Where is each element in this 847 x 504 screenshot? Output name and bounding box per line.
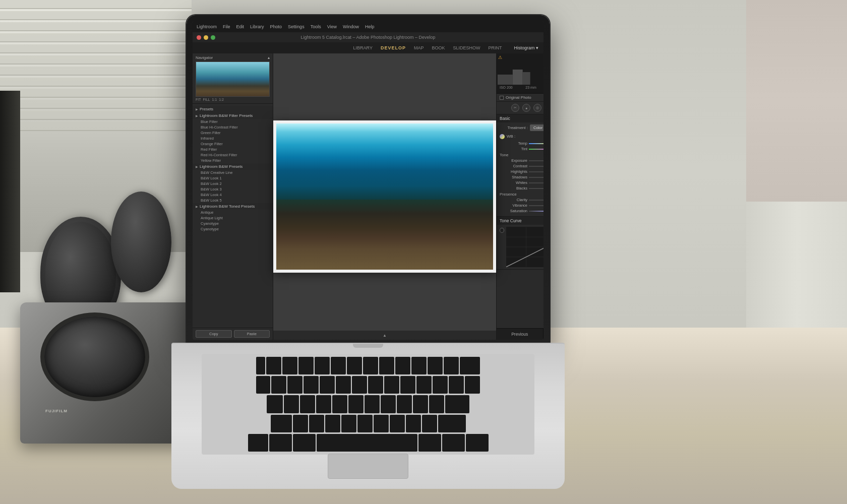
preset-red[interactable]: Red Filter — [193, 147, 273, 152]
contrast-slider[interactable] — [529, 166, 543, 167]
maximize-button[interactable] — [211, 35, 215, 40]
wb-eyedropper-icon[interactable] — [500, 134, 505, 139]
vibrance-label: Vibrance — [500, 203, 527, 208]
menu-window[interactable]: Window — [343, 24, 359, 29]
clarity-slider[interactable] — [529, 200, 543, 201]
close-button[interactable] — [197, 35, 201, 40]
navigator-arrow[interactable]: ▴ — [268, 55, 270, 60]
menu-file[interactable]: File — [223, 24, 230, 29]
ocean-rocks — [276, 200, 493, 270]
preset-bw-creative[interactable]: B&W Creative Line — [193, 170, 273, 175]
preset-cyanotype2[interactable]: Cyanotype — [193, 226, 273, 232]
vibrance-slider[interactable] — [529, 205, 543, 206]
whites-label: Whites — [500, 180, 527, 185]
crop-tool[interactable]: ✂ — [511, 104, 519, 112]
photo-frame — [273, 120, 496, 273]
exposure-slider[interactable] — [529, 160, 543, 161]
preset-yellow[interactable]: Yellow Filter — [193, 158, 273, 163]
contrast-slider-row: Contrast 0 — [500, 164, 543, 168]
preset-group-presets[interactable]: Presets — [193, 106, 273, 112]
module-slideshow[interactable]: SLIDESHOW — [453, 45, 480, 50]
wave-overlay — [276, 167, 493, 204]
copy-button[interactable]: Copy — [196, 330, 232, 338]
menu-settings[interactable]: Settings — [288, 24, 305, 29]
tint-slider[interactable] — [529, 149, 543, 150]
menu-tools[interactable]: Tools — [311, 24, 321, 29]
zoom-1to1[interactable]: 1:1 — [212, 98, 217, 101]
shadows-slider[interactable] — [529, 177, 543, 178]
whites-slider[interactable] — [529, 182, 543, 183]
paste-button[interactable]: Paste — [234, 330, 270, 338]
preset-blue-filter[interactable]: Blue Filter — [193, 119, 273, 124]
module-histogram[interactable]: Histogram ▾ — [514, 45, 538, 50]
reset-button[interactable]: Reset — [543, 329, 544, 340]
center-bottom-bar: ▲ — [273, 331, 496, 340]
preset-blue-hi[interactable]: Blue Hi-Contrast Filter — [193, 124, 273, 130]
module-print[interactable]: PRINT — [488, 45, 502, 50]
ocean-photo — [276, 123, 493, 270]
menu-library[interactable]: Library — [250, 24, 264, 29]
preset-cyanotype[interactable]: Cyanotype — [193, 221, 273, 226]
spot-heal-tool[interactable]: ● — [522, 104, 530, 112]
basic-section-header[interactable]: Basic ▾ — [497, 114, 543, 122]
lens-secondary — [111, 192, 171, 292]
module-develop[interactable]: DEVELOP — [381, 45, 406, 50]
exif-iso: ISO 200 — [500, 86, 513, 89]
saturation-slider[interactable] — [529, 211, 543, 212]
laptop: Lightroom File Edit Library Photo Settin… — [171, 15, 565, 489]
preset-orange[interactable]: Orange Filter — [193, 141, 273, 147]
minimize-button[interactable] — [204, 35, 208, 40]
preset-red-hi[interactable]: Red Hi-Contrast Filter — [193, 152, 273, 158]
tone-curve-header[interactable]: Tone Curve ▾ — [497, 217, 543, 225]
menu-photo[interactable]: Photo — [270, 24, 282, 29]
laptop-hinge — [353, 344, 383, 348]
laptop-screen-bezel: Lightroom File Edit Library Photo Settin… — [187, 15, 550, 348]
menu-view[interactable]: View — [327, 24, 337, 29]
color-treatment-btn[interactable]: Color — [530, 124, 543, 131]
contrast-label: Contrast — [500, 164, 527, 168]
photo-display — [276, 123, 493, 270]
bottom-buttons: Previous Reset — [497, 328, 543, 340]
redeye-tool[interactable]: ◎ — [533, 104, 541, 112]
preset-bw-look4[interactable]: B&W Look 4 — [193, 192, 273, 198]
temp-slider[interactable] — [529, 143, 543, 144]
preset-bw-look2[interactable]: B&W Look 2 — [193, 181, 273, 186]
zoom-fill[interactable]: FILL — [203, 98, 210, 101]
preset-infrared[interactable]: Infrared — [193, 136, 273, 141]
module-book[interactable]: BOOK — [432, 45, 445, 50]
preset-antique[interactable]: Antique — [193, 210, 273, 215]
preset-group-bwfilter[interactable]: Lightroom B&W Filter Presets — [193, 112, 273, 119]
navigator-label: Navigator — [196, 55, 213, 60]
blacks-slider-row: Blacks + 25 — [500, 186, 543, 191]
clarity-slider-row: Clarity 0 — [500, 198, 543, 202]
zoom-fit[interactable]: FIT — [196, 98, 201, 101]
clarity-label: Clarity — [500, 198, 527, 202]
center-photo-area: ▲ — [273, 53, 496, 340]
module-library[interactable]: LIBRARY — [353, 45, 373, 50]
whites-slider-row: Whites 0 — [500, 180, 543, 185]
menu-edit[interactable]: Edit — [236, 24, 245, 29]
copy-paste-bar: Copy Paste — [193, 328, 273, 340]
preset-green[interactable]: Green Filter — [193, 130, 273, 136]
original-photo-checkbox[interactable] — [500, 96, 504, 100]
zoom-1to2[interactable]: 1:2 — [219, 98, 224, 101]
blacks-slider[interactable] — [529, 188, 543, 189]
laptop-trackpad[interactable] — [328, 454, 408, 479]
previous-button[interactable]: Previous — [497, 329, 543, 340]
menu-help[interactable]: Help — [365, 24, 375, 29]
module-map[interactable]: MAP — [414, 45, 424, 50]
preset-bw-look5[interactable]: B&W Look 5 — [193, 198, 273, 203]
preset-group-bwtoned[interactable]: Lightroom B&W Toned Presets — [193, 203, 273, 210]
camera-brand-text: FUJIFILM — [45, 409, 68, 413]
bottom-arrow-icon: ▲ — [383, 333, 387, 338]
preset-bw-look3[interactable]: B&W Look 3 — [193, 186, 273, 192]
preset-group-bwpresets[interactable]: Lightroom B&W Presets — [193, 163, 273, 170]
window-title: Lightroom 5 Catalog.lrcat – Adobe Photos… — [300, 35, 435, 40]
tone-curve-canvas[interactable] — [506, 227, 543, 267]
preset-antique-light[interactable]: Antique Light — [193, 215, 273, 221]
tone-curve-section: Tone Curve ▾ — [497, 217, 543, 270]
highlights-slider[interactable] — [529, 171, 543, 172]
treatment-label: Treatment : — [507, 124, 528, 131]
preset-bw-look1[interactable]: B&W Look 1 — [193, 175, 273, 181]
menu-lightroom[interactable]: Lightroom — [197, 24, 217, 29]
